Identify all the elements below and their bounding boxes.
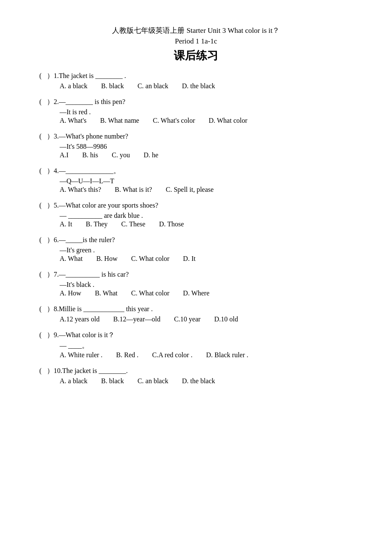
options-row-4: A. What's this?B. What is it?C. Spell it…	[34, 186, 358, 194]
header-line1: 人教版七年级英语上册 Starter Unit 3 What color is …	[34, 26, 358, 35]
question-text-2: ）2.—________ is this pen?	[47, 98, 358, 107]
option-6-0: A. What	[60, 255, 83, 263]
question-block-2: (）2.—________ is this pen?—It is red .A.…	[34, 98, 358, 124]
option-1-3: D. the black	[182, 82, 215, 90]
option-4-2: C. Spell it, please	[166, 186, 213, 194]
question-text-5: ）5.—What color are your sports shoes?	[47, 201, 358, 210]
page-header: 人教版七年级英语上册 Starter Unit 3 What color is …	[34, 26, 358, 63]
question-row-2: (）2.—________ is this pen?	[34, 98, 358, 107]
option-4-1: B. What is it?	[115, 186, 152, 194]
option-1-0: A. a black	[60, 82, 87, 90]
option-7-3: D. Where	[183, 289, 210, 297]
sub-line-6-0: —It's green .	[34, 246, 358, 254]
options-row-10: A. a blackB. blackC. an blackD. the blac…	[34, 377, 358, 385]
question-row-1: (）1.The jacket is ________ .	[34, 72, 358, 81]
question-block-9: (）9.—What color is it？— ____。A. White ru…	[34, 331, 358, 359]
option-5-1: B. They	[86, 220, 107, 228]
question-paren-1: (	[34, 72, 47, 80]
question-paren-8: (	[34, 305, 47, 313]
options-row-1: A. a blackB. blackC. an blackD. the blac…	[34, 82, 358, 90]
options-row-2: A. What'sB. What nameC. What's colorD. W…	[34, 117, 358, 124]
options-row-9: A. White ruler .B. Red .C.A red color .D…	[34, 351, 358, 359]
option-9-2: C.A red color .	[152, 351, 193, 359]
option-6-2: C. What color	[131, 255, 170, 263]
option-7-0: A. How	[60, 289, 81, 297]
question-block-5: (）5.—What color are your sports shoes?— …	[34, 201, 358, 228]
question-paren-9: (	[34, 331, 47, 339]
question-row-7: (）7.—__________ is his car?	[34, 270, 358, 279]
header-line2: Period 1 1a-1c	[34, 37, 358, 46]
option-9-3: D. Black ruler .	[206, 351, 248, 359]
question-block-1: (）1.The jacket is ________ .A. a blackB.…	[34, 72, 358, 90]
option-9-1: B. Red .	[116, 351, 138, 359]
sub-line-2-0: —It is red .	[34, 108, 358, 116]
option-1-1: B. black	[101, 82, 124, 90]
option-2-2: C. What's color	[153, 117, 195, 124]
question-paren-7: (	[34, 271, 47, 278]
option-6-1: B. How	[96, 255, 118, 263]
option-8-1: B.12—year—old	[113, 315, 161, 323]
question-block-7: (）7.—__________ is his car?—It's black .…	[34, 270, 358, 297]
option-8-3: D.10 old	[214, 315, 238, 323]
question-paren-6: (	[34, 236, 47, 244]
question-text-4: ）4.—______________。	[47, 167, 358, 176]
header-title: 课后练习	[34, 48, 358, 63]
sub-line-9-0: — ____。	[34, 341, 358, 350]
options-row-5: A. ItB. TheyC. TheseD. Those	[34, 220, 358, 228]
question-block-10: (）10.The jacket is ________.A. a blackB.…	[34, 367, 358, 385]
sub-line-3-0: —It's 588—9986	[34, 143, 358, 150]
option-10-0: A. a black	[60, 377, 87, 385]
question-paren-3: (	[34, 133, 47, 140]
question-text-9: ）9.—What color is it？	[47, 331, 358, 340]
options-row-6: A. WhatB. HowC. What colorD. It	[34, 255, 358, 263]
question-row-9: (）9.—What color is it？	[34, 331, 358, 340]
question-paren-2: (	[34, 98, 47, 106]
option-5-0: A. It	[60, 220, 72, 228]
question-text-10: ）10.The jacket is ________.	[47, 367, 358, 376]
question-paren-10: (	[34, 367, 47, 375]
option-2-0: A. What's	[60, 117, 86, 124]
options-row-3: A.IB. hisC. youD. he	[34, 151, 358, 159]
option-9-0: A. White ruler .	[60, 351, 103, 359]
option-8-0: A.12 years old	[60, 315, 100, 323]
question-text-7: ）7.—__________ is his car?	[47, 270, 358, 279]
question-row-4: (）4.—______________。	[34, 167, 358, 176]
sub-line-7-0: —It's black .	[34, 281, 358, 289]
option-5-3: D. Those	[159, 220, 184, 228]
question-block-6: (）6.—_____is the ruler?—It's green .A. W…	[34, 236, 358, 263]
option-3-1: B. his	[82, 151, 98, 159]
question-row-3: (）3.—What's phone number?	[34, 132, 358, 141]
option-8-2: C.10 year	[174, 315, 200, 323]
question-row-8: (）8.Millie is ____________ this year .	[34, 305, 358, 314]
question-row-10: (）10.The jacket is ________.	[34, 367, 358, 376]
question-block-4: (）4.—______________。—Q—U—I—L—TA. What's …	[34, 167, 358, 194]
sub-line-4-0: —Q—U—I—L—T	[34, 177, 358, 185]
option-3-3: D. he	[144, 151, 159, 159]
question-paren-5: (	[34, 202, 47, 209]
question-text-8: ）8.Millie is ____________ this year .	[47, 305, 358, 314]
option-7-1: B. What	[95, 289, 118, 297]
question-row-5: (）5.—What color are your sports shoes?	[34, 201, 358, 210]
option-1-2: C. an black	[138, 82, 168, 90]
option-6-3: D. It	[183, 255, 196, 263]
option-3-0: A.I	[60, 151, 69, 159]
question-text-1: ）1.The jacket is ________ .	[47, 72, 358, 81]
question-row-6: (）6.—_____is the ruler?	[34, 236, 358, 245]
options-row-8: A.12 years oldB.12—year—oldC.10 yearD.10…	[34, 315, 358, 323]
sub-line-5-0: — __________ are dark blue .	[34, 212, 358, 220]
option-2-3: D. What color	[209, 117, 248, 124]
question-text-6: ）6.—_____is the ruler?	[47, 236, 358, 245]
questions-container: (）1.The jacket is ________ .A. a blackB.…	[34, 72, 358, 385]
options-row-7: A. HowB. WhatC. What colorD. Where	[34, 289, 358, 297]
question-paren-4: (	[34, 167, 47, 175]
option-7-2: C. What color	[131, 289, 170, 297]
question-text-3: ）3.—What's phone number?	[47, 132, 358, 141]
option-10-3: D. the black	[182, 377, 215, 385]
option-5-2: C. These	[121, 220, 146, 228]
option-4-0: A. What's this?	[60, 186, 101, 194]
option-3-2: C. you	[112, 151, 130, 159]
option-2-1: B. What name	[100, 117, 139, 124]
question-block-3: (）3.—What's phone number?—It's 588—9986A…	[34, 132, 358, 159]
option-10-2: C. an black	[138, 377, 168, 385]
option-10-1: B. black	[101, 377, 124, 385]
